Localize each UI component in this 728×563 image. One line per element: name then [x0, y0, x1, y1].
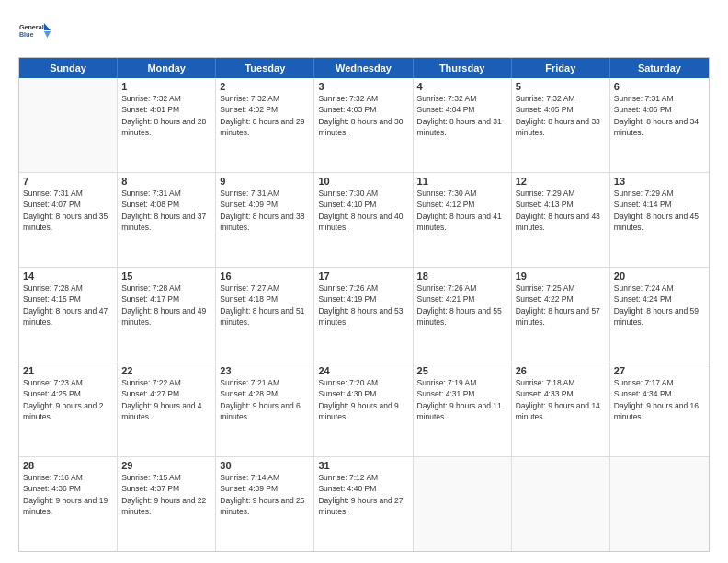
calendar-row-2: 7Sunrise: 7:31 AM Sunset: 4:07 PM Daylig…	[19, 172, 709, 267]
day-number: 1	[121, 81, 211, 92]
day-number: 2	[220, 81, 310, 92]
day-number: 18	[417, 270, 507, 282]
sun-info: Sunrise: 7:22 AM Sunset: 4:27 PM Dayligh…	[121, 377, 211, 422]
sun-info: Sunrise: 7:20 AM Sunset: 4:30 PM Dayligh…	[318, 377, 408, 422]
day-number: 24	[318, 365, 408, 376]
day-number: 6	[614, 81, 705, 92]
weekday-header-thursday: Thursday	[414, 58, 512, 78]
calendar-day-2: 2Sunrise: 7:32 AM Sunset: 4:02 PM Daylig…	[216, 78, 314, 172]
calendar-day-28: 28Sunrise: 7:16 AM Sunset: 4:36 PM Dayli…	[19, 457, 118, 551]
day-number: 22	[121, 365, 211, 376]
calendar-row-3: 14Sunrise: 7:28 AM Sunset: 4:15 PM Dayli…	[19, 267, 709, 362]
svg-text:General: General	[19, 23, 44, 31]
calendar-day-6: 6Sunrise: 7:31 AM Sunset: 4:06 PM Daylig…	[610, 78, 709, 172]
calendar-day-4: 4Sunrise: 7:32 AM Sunset: 4:04 PM Daylig…	[414, 78, 512, 172]
calendar-day-11: 11Sunrise: 7:30 AM Sunset: 4:12 PM Dayli…	[414, 173, 512, 267]
day-number: 17	[318, 270, 408, 282]
day-number: 19	[516, 270, 606, 282]
calendar-day-20: 20Sunrise: 7:24 AM Sunset: 4:24 PM Dayli…	[610, 268, 709, 362]
weekday-header-monday: Monday	[118, 58, 216, 78]
sun-info: Sunrise: 7:26 AM Sunset: 4:19 PM Dayligh…	[318, 282, 408, 327]
calendar-day-13: 13Sunrise: 7:29 AM Sunset: 4:14 PM Dayli…	[610, 173, 709, 267]
calendar-day-31: 31Sunrise: 7:12 AM Sunset: 4:40 PM Dayli…	[314, 457, 413, 551]
calendar-day-1: 1Sunrise: 7:32 AM Sunset: 4:01 PM Daylig…	[118, 78, 216, 172]
calendar-day-19: 19Sunrise: 7:25 AM Sunset: 4:22 PM Dayli…	[512, 268, 610, 362]
calendar-day-16: 16Sunrise: 7:27 AM Sunset: 4:18 PM Dayli…	[216, 268, 314, 362]
day-number: 20	[614, 270, 705, 282]
svg-marker-2	[44, 23, 51, 30]
sun-info: Sunrise: 7:31 AM Sunset: 4:09 PM Dayligh…	[220, 188, 310, 233]
calendar-day-10: 10Sunrise: 7:30 AM Sunset: 4:10 PM Dayli…	[314, 173, 413, 267]
sun-info: Sunrise: 7:32 AM Sunset: 4:05 PM Dayligh…	[516, 93, 606, 138]
sun-info: Sunrise: 7:15 AM Sunset: 4:37 PM Dayligh…	[121, 472, 211, 517]
calendar-day-17: 17Sunrise: 7:26 AM Sunset: 4:19 PM Dayli…	[314, 268, 413, 362]
day-number: 13	[614, 176, 705, 187]
sun-info: Sunrise: 7:28 AM Sunset: 4:15 PM Dayligh…	[23, 282, 113, 327]
calendar-empty-cell	[19, 78, 118, 172]
calendar-day-27: 27Sunrise: 7:17 AM Sunset: 4:34 PM Dayli…	[610, 362, 709, 456]
day-number: 8	[121, 176, 211, 187]
weekday-header-friday: Friday	[512, 58, 610, 78]
sun-info: Sunrise: 7:14 AM Sunset: 4:39 PM Dayligh…	[220, 472, 310, 517]
day-number: 11	[417, 176, 507, 187]
sun-info: Sunrise: 7:16 AM Sunset: 4:36 PM Dayligh…	[23, 472, 113, 517]
day-number: 27	[614, 365, 705, 376]
day-number: 14	[23, 270, 113, 282]
sun-info: Sunrise: 7:27 AM Sunset: 4:18 PM Dayligh…	[220, 282, 310, 327]
svg-text:Blue: Blue	[19, 30, 34, 39]
sun-info: Sunrise: 7:24 AM Sunset: 4:24 PM Dayligh…	[614, 282, 705, 327]
calendar-header: SundayMondayTuesdayWednesdayThursdayFrid…	[19, 58, 709, 78]
sun-info: Sunrise: 7:29 AM Sunset: 4:13 PM Dayligh…	[516, 188, 606, 233]
calendar-empty-cell	[512, 457, 610, 551]
calendar-empty-cell	[414, 457, 512, 551]
day-number: 10	[318, 176, 408, 187]
day-number: 23	[220, 365, 310, 376]
day-number: 21	[23, 365, 113, 376]
day-number: 3	[318, 81, 408, 92]
calendar-row-5: 28Sunrise: 7:16 AM Sunset: 4:36 PM Dayli…	[19, 456, 709, 551]
calendar-body: 1Sunrise: 7:32 AM Sunset: 4:01 PM Daylig…	[19, 78, 709, 551]
day-number: 30	[220, 460, 310, 471]
sun-info: Sunrise: 7:32 AM Sunset: 4:01 PM Dayligh…	[121, 93, 211, 138]
day-number: 9	[220, 176, 310, 187]
day-number: 7	[23, 176, 113, 187]
calendar-empty-cell	[610, 457, 709, 551]
day-number: 28	[23, 460, 113, 471]
calendar-day-30: 30Sunrise: 7:14 AM Sunset: 4:39 PM Dayli…	[216, 457, 314, 551]
calendar-row-4: 21Sunrise: 7:23 AM Sunset: 4:25 PM Dayli…	[19, 362, 709, 456]
sun-info: Sunrise: 7:30 AM Sunset: 4:10 PM Dayligh…	[318, 188, 408, 233]
day-number: 16	[220, 270, 310, 282]
calendar-day-26: 26Sunrise: 7:18 AM Sunset: 4:33 PM Dayli…	[512, 362, 610, 456]
calendar-day-22: 22Sunrise: 7:22 AM Sunset: 4:27 PM Dayli…	[118, 362, 216, 456]
calendar-day-8: 8Sunrise: 7:31 AM Sunset: 4:08 PM Daylig…	[118, 173, 216, 267]
svg-marker-3	[44, 31, 51, 38]
sun-info: Sunrise: 7:18 AM Sunset: 4:33 PM Dayligh…	[516, 377, 606, 422]
day-number: 31	[318, 460, 408, 471]
calendar-day-29: 29Sunrise: 7:15 AM Sunset: 4:37 PM Dayli…	[118, 457, 216, 551]
sun-info: Sunrise: 7:31 AM Sunset: 4:06 PM Dayligh…	[614, 93, 705, 138]
day-number: 29	[121, 460, 211, 471]
weekday-header-tuesday: Tuesday	[216, 58, 314, 78]
calendar: SundayMondayTuesdayWednesdayThursdayFrid…	[18, 57, 710, 552]
sun-info: Sunrise: 7:23 AM Sunset: 4:25 PM Dayligh…	[23, 377, 113, 422]
page: GeneralBlue SundayMondayTuesdayWednesday…	[0, 0, 728, 563]
calendar-row-1: 1Sunrise: 7:32 AM Sunset: 4:01 PM Daylig…	[19, 78, 709, 172]
sun-info: Sunrise: 7:12 AM Sunset: 4:40 PM Dayligh…	[318, 472, 408, 517]
calendar-day-7: 7Sunrise: 7:31 AM Sunset: 4:07 PM Daylig…	[19, 173, 118, 267]
day-number: 12	[516, 176, 606, 187]
weekday-header-wednesday: Wednesday	[314, 58, 413, 78]
calendar-day-23: 23Sunrise: 7:21 AM Sunset: 4:28 PM Dayli…	[216, 362, 314, 456]
sun-info: Sunrise: 7:21 AM Sunset: 4:28 PM Dayligh…	[220, 377, 310, 422]
sun-info: Sunrise: 7:32 AM Sunset: 4:02 PM Dayligh…	[220, 93, 310, 138]
day-number: 25	[417, 365, 507, 376]
calendar-day-9: 9Sunrise: 7:31 AM Sunset: 4:09 PM Daylig…	[216, 173, 314, 267]
sun-info: Sunrise: 7:32 AM Sunset: 4:03 PM Dayligh…	[318, 93, 408, 138]
logo-icon: GeneralBlue	[18, 15, 51, 48]
sun-info: Sunrise: 7:25 AM Sunset: 4:22 PM Dayligh…	[516, 282, 606, 327]
calendar-day-15: 15Sunrise: 7:28 AM Sunset: 4:17 PM Dayli…	[118, 268, 216, 362]
day-number: 5	[516, 81, 606, 92]
weekday-header-sunday: Sunday	[19, 58, 118, 78]
sun-info: Sunrise: 7:32 AM Sunset: 4:04 PM Dayligh…	[417, 93, 507, 138]
sun-info: Sunrise: 7:19 AM Sunset: 4:31 PM Dayligh…	[417, 377, 507, 422]
sun-info: Sunrise: 7:30 AM Sunset: 4:12 PM Dayligh…	[417, 188, 507, 233]
